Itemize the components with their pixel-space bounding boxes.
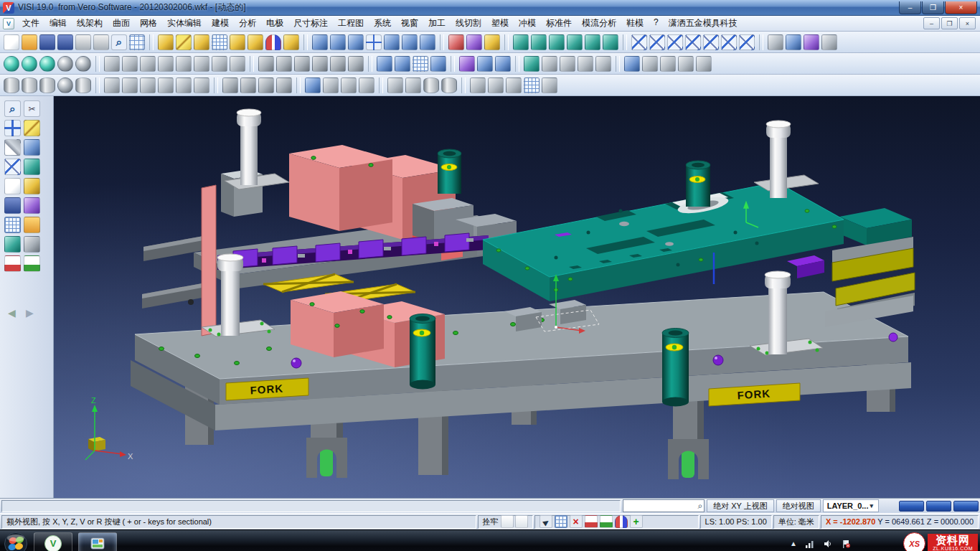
close-button[interactable]: × [945, 1, 977, 14]
cyl-gray-icon[interactable] [39, 77, 55, 93]
cyl-gray-icon[interactable] [4, 77, 19, 93]
menu-item[interactable]: 电极 [261, 16, 288, 31]
viewport-canvas[interactable]: FORK FORK [54, 96, 980, 498]
cube-gray2-icon[interactable] [240, 77, 256, 93]
cube-yellow-icon[interactable] [283, 34, 299, 50]
taskbar-app-active[interactable] [78, 532, 117, 551]
cube-blue-icon[interactable] [348, 34, 364, 50]
cube-blue-icon[interactable] [330, 34, 346, 50]
view-xy-button[interactable]: 绝对 XY 上视图 [707, 499, 774, 512]
folder-icon[interactable] [22, 34, 37, 50]
cube-gray-icon[interactable] [104, 56, 120, 72]
cube-blue-icon[interactable] [430, 56, 446, 72]
cube-gray-icon[interactable] [323, 77, 339, 93]
doc-white-icon[interactable] [515, 515, 528, 528]
cube-blue-icon[interactable] [377, 56, 392, 72]
cube-gray2-icon[interactable] [312, 56, 328, 72]
menu-item[interactable]: 塑模 [486, 16, 514, 31]
cube-blue-icon[interactable] [420, 34, 435, 50]
cube-gray-icon[interactable] [542, 77, 557, 93]
menu-item[interactable]: 编辑 [44, 16, 72, 31]
sphere-gray-icon[interactable] [57, 77, 73, 93]
start-button[interactable] [4, 532, 28, 551]
cube-gray-icon[interactable] [560, 56, 575, 72]
cube-gray2-icon[interactable] [258, 77, 274, 93]
cube-gray-icon[interactable] [194, 56, 209, 72]
menu-item[interactable]: 系统 [369, 16, 396, 31]
search-input[interactable] [623, 501, 697, 510]
layer-selector[interactable]: LAYER_0... ▾ [823, 499, 879, 512]
doc-red-icon[interactable] [585, 515, 598, 528]
cube-gray-icon[interactable] [140, 77, 156, 93]
cube-yellow-icon[interactable] [484, 34, 500, 50]
cube-teal-icon[interactable] [531, 34, 547, 50]
doc-close-button[interactable]: × [959, 17, 976, 29]
doc-white-icon[interactable] [501, 515, 514, 528]
cube-gray-icon[interactable] [176, 56, 192, 72]
grid-blue-icon[interactable] [4, 217, 21, 233]
cube-blue-icon[interactable] [495, 56, 511, 72]
magnet-icon[interactable] [265, 34, 281, 50]
cube-gray-icon[interactable] [595, 56, 611, 72]
cube-yellow-icon[interactable] [230, 34, 245, 50]
cube-gray-icon[interactable] [158, 77, 174, 93]
axis-blue-icon[interactable] [4, 120, 21, 136]
wire-blue-icon[interactable] [4, 159, 21, 175]
view-icon[interactable] [129, 34, 145, 50]
cube-blue-icon[interactable] [786, 34, 801, 50]
cube-gray-icon[interactable] [341, 77, 357, 93]
cube-yellow-icon[interactable] [248, 34, 263, 50]
sphere-teal-icon[interactable] [39, 56, 55, 72]
search-box[interactable]: ⌕ [623, 499, 705, 512]
cube-yellow-icon[interactable] [158, 34, 174, 50]
cube-gray-icon[interactable] [768, 34, 783, 50]
wire-blue-icon[interactable] [667, 34, 683, 50]
cube-blue-icon[interactable] [312, 34, 328, 50]
menu-item[interactable]: 线切割 [451, 16, 486, 31]
menu-item[interactable]: 线架构 [72, 16, 108, 31]
cube-gray2-icon[interactable] [258, 56, 274, 72]
cube-red-icon[interactable] [448, 34, 464, 50]
menu-item[interactable]: 分析 [234, 16, 261, 31]
sphere-gray-icon[interactable] [57, 56, 73, 72]
cube-blue-icon[interactable] [477, 56, 493, 72]
cube-gray-icon[interactable] [176, 77, 192, 93]
cube-gray2-icon[interactable] [330, 56, 346, 72]
cube-gray-icon[interactable] [821, 34, 837, 50]
cube-yellow-icon[interactable] [194, 34, 209, 50]
grid-blue-icon[interactable] [524, 77, 540, 93]
cube-blue-icon[interactable] [624, 56, 640, 72]
snap-grid-icon[interactable] [555, 515, 567, 528]
wire-blue-icon[interactable] [721, 34, 737, 50]
doc-green-icon[interactable] [24, 255, 40, 272]
wire-blue-icon[interactable] [631, 34, 647, 50]
cube-teal-icon[interactable] [567, 34, 583, 50]
cube-gray-icon[interactable] [212, 56, 227, 72]
cube-purple-icon[interactable] [459, 56, 475, 72]
search-icon[interactable] [111, 34, 127, 50]
cube-gray2-icon[interactable] [294, 56, 310, 72]
quick-view-button-2[interactable] [926, 501, 951, 512]
cube-teal-icon[interactable] [585, 34, 600, 50]
cube-gray2-icon[interactable] [24, 236, 40, 253]
wire-blue-icon[interactable] [649, 34, 665, 50]
cube-gray-icon[interactable] [122, 77, 138, 93]
cube-gray2-icon[interactable] [276, 77, 292, 93]
cube-gray-icon[interactable] [194, 77, 209, 93]
doc-green-icon[interactable] [600, 515, 613, 528]
wire-blue-icon[interactable] [739, 34, 755, 50]
delete-icon[interactable] [570, 515, 583, 528]
cube-gray2-icon[interactable] [276, 56, 292, 72]
cube-gray-icon[interactable] [488, 77, 504, 93]
wire-blue-icon[interactable] [685, 34, 701, 50]
pencil-yellow-icon[interactable] [176, 34, 192, 50]
plus-icon[interactable] [630, 515, 643, 528]
disk-icon[interactable] [4, 197, 21, 214]
cyl-gray-icon[interactable] [441, 77, 457, 93]
pointer-icon[interactable] [540, 515, 552, 528]
disk-icon[interactable] [39, 34, 55, 50]
action-center-flag-icon[interactable] [841, 539, 851, 549]
command-prompt-field[interactable] [1, 500, 621, 512]
menu-item[interactable]: 尺寸标注 [288, 16, 333, 31]
cyl-gray-icon[interactable] [423, 77, 439, 93]
